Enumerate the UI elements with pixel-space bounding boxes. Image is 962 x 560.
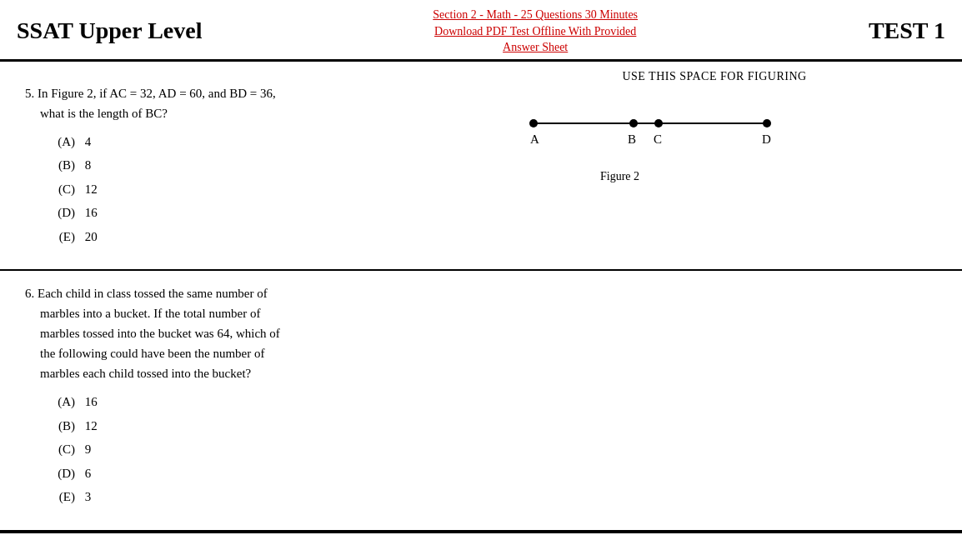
question5-line2: what is the length of BC? bbox=[40, 107, 168, 120]
section-link[interactable]: Section 2 - Math - 25 Questions 30 Minut… bbox=[433, 7, 638, 56]
choice-5d-letter: (D) bbox=[50, 201, 75, 225]
question5-number: 5. bbox=[25, 87, 34, 100]
choice-5a-value: 4 bbox=[85, 135, 92, 148]
question5-left: USE THIS SPACE FOR FIGURING 5. In Figure… bbox=[0, 62, 467, 270]
question5-text: 5. In Figure 2, if AC = 32, AD = 60, and… bbox=[25, 83, 450, 123]
svg-text:B: B bbox=[628, 132, 636, 146]
link-line2: Download PDF Test Offline With Provided bbox=[434, 25, 636, 38]
choice-5e-letter: (E) bbox=[50, 225, 75, 249]
choice-6b[interactable]: (B) 12 bbox=[50, 414, 450, 438]
choice-5b[interactable]: (B) 8 bbox=[50, 153, 450, 178]
question5-line1: In Figure 2, if AC = 32, AD = 60, and BD… bbox=[38, 87, 276, 100]
choice-6d[interactable]: (D) 6 bbox=[50, 462, 450, 486]
svg-point-4 bbox=[763, 119, 771, 128]
choice-5c[interactable]: (C) 12 bbox=[50, 178, 450, 202]
question5-section: USE THIS SPACE FOR FIGURING 5. In Figure… bbox=[0, 62, 962, 272]
choice-5a[interactable]: (A) 4 bbox=[50, 130, 450, 154]
choice-5e[interactable]: (E) 20 bbox=[50, 225, 450, 249]
choice-5e-value: 20 bbox=[85, 230, 98, 243]
choice-6a[interactable]: (A) 16 bbox=[50, 390, 450, 414]
page-header: SSAT Upper Level Section 2 - Math - 25 Q… bbox=[0, 0, 962, 62]
question5-right: USE THIS SPACE FOR FIGURING A B bbox=[467, 62, 962, 270]
choice-6c[interactable]: (C) 9 bbox=[50, 438, 450, 462]
question6-number: 6. bbox=[25, 287, 34, 300]
svg-text:C: C bbox=[654, 132, 662, 146]
choice-5b-letter: (B) bbox=[50, 153, 75, 178]
svg-text:D: D bbox=[762, 132, 771, 146]
svg-text:A: A bbox=[530, 132, 539, 146]
choice-6c-letter: (C) bbox=[50, 438, 75, 462]
bottom-border bbox=[0, 532, 962, 533]
header-center: Section 2 - Math - 25 Questions 30 Minut… bbox=[433, 7, 638, 56]
question6-section: 6. Each child in class tossed the same n… bbox=[0, 271, 962, 532]
test-label: TEST 1 bbox=[869, 18, 945, 44]
figuring-header: USE THIS SPACE FOR FIGURING bbox=[484, 70, 945, 83]
choice-6d-value: 6 bbox=[85, 467, 92, 480]
question5: 5. In Figure 2, if AC = 32, AD = 60, and… bbox=[25, 83, 450, 249]
choice-6a-value: 16 bbox=[85, 395, 98, 408]
link-line3: Answer Sheet bbox=[503, 41, 568, 53]
choice-6c-value: 9 bbox=[85, 442, 92, 456]
choice-6a-letter: (A) bbox=[50, 390, 75, 414]
choice-6b-value: 12 bbox=[85, 419, 98, 432]
figure2-svg: A B C D bbox=[517, 108, 784, 150]
choice-6d-letter: (D) bbox=[50, 462, 75, 486]
choice-6e-letter: (E) bbox=[50, 485, 75, 509]
question6-left: 6. Each child in class tossed the same n… bbox=[0, 271, 467, 530]
choice-5a-letter: (A) bbox=[50, 130, 75, 154]
svg-point-3 bbox=[654, 119, 663, 128]
question5-choices: (A) 4 (B) 8 (C) 12 (D) 16 bbox=[50, 130, 450, 249]
choice-5c-value: 12 bbox=[85, 182, 98, 196]
svg-point-2 bbox=[629, 119, 638, 128]
choice-5d-value: 16 bbox=[85, 206, 98, 219]
choice-5b-value: 8 bbox=[85, 158, 92, 172]
figure2-container: A B C D Figure 2 bbox=[484, 108, 945, 183]
link-line1: Section 2 - Math - 25 Questions 30 Minut… bbox=[433, 8, 638, 21]
page-title: SSAT Upper Level bbox=[17, 18, 202, 44]
choice-6e[interactable]: (E) 3 bbox=[50, 485, 450, 509]
svg-point-1 bbox=[529, 119, 538, 128]
question6-right bbox=[467, 271, 962, 530]
question6-text: 6. Each child in class tossed the same n… bbox=[25, 283, 450, 383]
figure2-caption: Figure 2 bbox=[600, 170, 945, 183]
question6: 6. Each child in class tossed the same n… bbox=[25, 283, 450, 509]
choice-6b-letter: (B) bbox=[50, 414, 75, 438]
choice-6e-value: 3 bbox=[85, 490, 92, 503]
choice-5c-letter: (C) bbox=[50, 178, 75, 202]
question6-choices: (A) 16 (B) 12 (C) 9 (D) 6 bbox=[50, 390, 450, 509]
choice-5d[interactable]: (D) 16 bbox=[50, 201, 450, 225]
